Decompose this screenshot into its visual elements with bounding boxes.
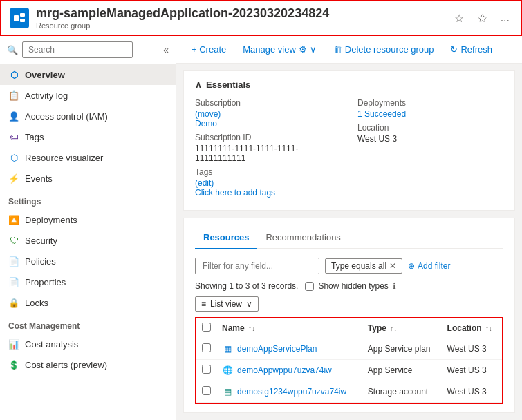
delete-resource-group-button[interactable]: 🗑 Delete resource group <box>329 41 438 57</box>
location-value: West US 3 <box>357 134 503 144</box>
resource-name-cell: ▦ demoAppServicePlan <box>216 338 362 360</box>
delete-icon: 🗑 <box>333 44 342 55</box>
deployments-count-link[interactable]: 1 Succeeded <box>357 109 406 119</box>
deployments-field: Deployments 1 Succeeded <box>357 98 503 119</box>
add-filter-button[interactable]: ⊕ Add filter <box>408 261 450 271</box>
svg-rect-1 <box>20 13 25 17</box>
row-checkbox[interactable] <box>202 386 211 395</box>
sidebar-item-label: Properties <box>25 277 66 287</box>
row-select-cell <box>196 338 216 360</box>
sidebar-item-cost-analysis[interactable]: 📊 Cost analysis <box>0 334 176 354</box>
create-button[interactable]: + Create <box>187 41 230 57</box>
tags-add-link[interactable]: Click here to add tags <box>195 188 275 198</box>
sidebar-item-label: Resource visualizer <box>25 153 103 163</box>
page-header: mrg-sampleManagedApplication-20230320234… <box>0 0 522 36</box>
overview-icon: ⬡ <box>8 69 19 80</box>
resources-section: Resources Recommendations Type equals al… <box>183 218 515 413</box>
show-hidden-types: Show hidden types ℹ <box>305 281 395 291</box>
clear-filter-icon[interactable]: ✕ <box>389 261 396 271</box>
subscription-name-link[interactable]: Demo <box>195 119 217 128</box>
list-icon: ≡ <box>201 299 206 309</box>
show-hidden-checkbox[interactable] <box>305 282 314 291</box>
list-view-label: List view <box>210 299 242 309</box>
sidebar-item-label: Policies <box>25 256 56 267</box>
table-header-row: Name ↑↓ Type ↑↓ Location ↑↓ <box>196 318 502 338</box>
resource-type-cell: Storage account <box>362 381 442 403</box>
more-options-button[interactable]: ... <box>498 9 512 27</box>
security-icon: 🛡 <box>8 235 19 246</box>
filter-input[interactable] <box>195 258 319 274</box>
sidebar-item-resource-visualizer[interactable]: ⬡ Resource visualizer <box>0 147 176 168</box>
sidebar-item-activity-log[interactable]: 📋 Activity log <box>0 85 176 106</box>
sidebar-item-label: Cost analysis <box>25 339 78 350</box>
sidebar-item-policies[interactable]: 📄 Policies <box>0 251 176 271</box>
resource-name-link[interactable]: 🌐 demoAppwppu7uzva74iw <box>222 365 357 376</box>
tags-value: (edit) Click here to add tags <box>195 178 341 198</box>
sidebar-item-tags[interactable]: 🏷 Tags <box>0 126 176 147</box>
select-all-checkbox[interactable] <box>202 323 211 332</box>
location-field: Location West US 3 <box>357 123 503 144</box>
sidebar-item-security[interactable]: 🛡 Security <box>0 230 176 251</box>
resource-type-icon: ▦ <box>222 343 233 354</box>
favorite-button[interactable]: ☆ <box>451 9 467 28</box>
resource-type-cell: App Service plan <box>362 338 442 360</box>
name-column-header[interactable]: Name ↑↓ <box>216 318 362 338</box>
resource-name: demoAppwppu7uzva74iw <box>237 365 332 375</box>
manage-view-settings-icon: ⚙ <box>299 44 307 55</box>
search-input[interactable] <box>22 41 133 58</box>
sidebar-item-label: Overview <box>25 70 65 80</box>
subscription-label: Subscription <box>195 98 341 108</box>
resources-table-container: Name ↑↓ Type ↑↓ Location ↑↓ <box>195 317 503 404</box>
header-title-area: mrg-sampleManagedApplication-20230320234… <box>36 6 329 30</box>
location-column-header[interactable]: Location ↑↓ <box>442 318 502 338</box>
table-row: ▤ demostg1234wppu7uzva74iw Storage accou… <box>196 381 502 403</box>
tags-field: Tags (edit) Click here to add tags <box>195 167 341 198</box>
resource-name: demostg1234wppu7uzva74iw <box>237 387 346 397</box>
sidebar-item-label: Activity log <box>25 90 68 101</box>
list-view-dropdown[interactable]: ≡ List view ∨ <box>195 296 259 312</box>
resource-type-cell: App Service <box>362 360 442 381</box>
resource-name-link[interactable]: ▦ demoAppServicePlan <box>222 343 357 354</box>
sidebar-item-overview[interactable]: ⬡ Overview <box>0 64 176 85</box>
type-filter-tag: Type equals all ✕ <box>325 258 402 274</box>
tags-icon: 🏷 <box>8 131 19 142</box>
table-row: ▦ demoAppServicePlan App Service plan We… <box>196 338 502 360</box>
resource-name-link[interactable]: ▤ demostg1234wppu7uzva74iw <box>222 386 357 397</box>
bookmark-button[interactable]: ✩ <box>475 9 490 28</box>
info-icon: ℹ <box>393 281 396 291</box>
sidebar-item-locks[interactable]: 🔒 Locks <box>0 292 176 313</box>
sidebar-item-events[interactable]: ⚡ Events <box>0 168 176 189</box>
delete-label: Delete resource group <box>345 44 434 55</box>
resource-name: demoAppServicePlan <box>237 344 317 354</box>
refresh-button[interactable]: ↻ Refresh <box>446 41 496 57</box>
access-control-icon: 👤 <box>8 111 19 122</box>
activity-log-icon: 📋 <box>8 90 19 101</box>
search-container: 🔍 « <box>0 36 176 64</box>
sidebar-item-access-control[interactable]: 👤 Access control (IAM) <box>0 106 176 126</box>
dropdown-chevron-icon: ∨ <box>246 299 252 309</box>
sidebar-item-label: Locks <box>25 298 48 308</box>
subscription-move-link[interactable]: (move) <box>195 109 221 119</box>
tab-recommendations[interactable]: Recommendations <box>257 227 348 249</box>
essentials-header[interactable]: ∧ Essentials <box>195 79 503 90</box>
action-toolbar: + Create Manage view ⚙ ∨ 🗑 Delete resour… <box>176 36 522 64</box>
header-actions: ☆ ✩ ... <box>451 9 512 28</box>
type-sort-icon: ↑↓ <box>390 325 397 332</box>
resource-type-icon: ▤ <box>222 386 233 397</box>
manage-view-button[interactable]: Manage view ⚙ ∨ <box>239 41 321 57</box>
tags-edit-link[interactable]: (edit) <box>195 178 214 188</box>
tab-resources[interactable]: Resources <box>195 227 257 249</box>
row-checkbox[interactable] <box>202 365 211 374</box>
sidebar-item-deployments[interactable]: 🔼 Deployments <box>0 209 176 230</box>
show-hidden-label: Show hidden types <box>318 281 388 291</box>
sidebar-item-cost-alerts[interactable]: 💲 Cost alerts (preview) <box>0 354 176 375</box>
collapse-icon[interactable]: « <box>163 44 169 55</box>
deployments-value: 1 Succeeded <box>357 109 503 119</box>
sidebar-item-properties[interactable]: 📄 Properties <box>0 271 176 292</box>
type-column-header[interactable]: Type ↑↓ <box>362 318 442 338</box>
main-layout: 🔍 « ⬡ Overview 📋 Activity log 👤 Access c… <box>0 36 522 420</box>
refresh-icon: ↻ <box>450 44 458 55</box>
essentials-grid: Subscription (move) Demo Subscription ID… <box>195 98 503 202</box>
sidebar-item-label: Deployments <box>25 215 77 225</box>
row-checkbox[interactable] <box>202 343 211 352</box>
